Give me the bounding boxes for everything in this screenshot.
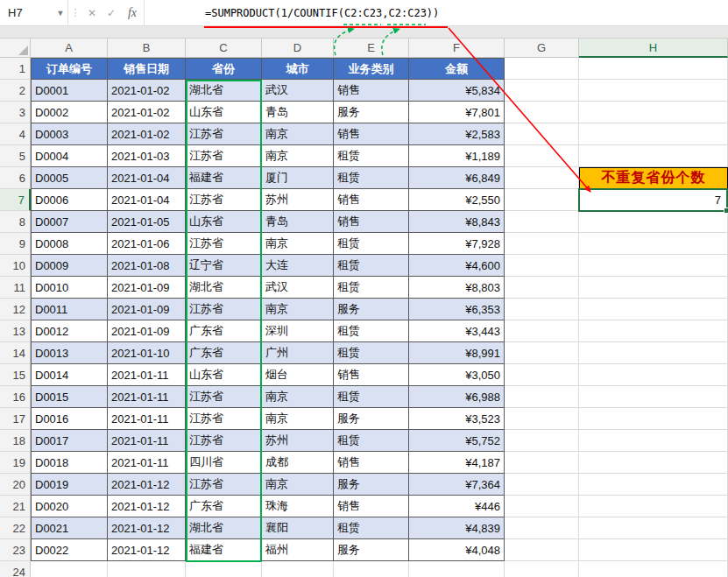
cell-E10[interactable]: 租赁 xyxy=(334,255,409,277)
cell-H12[interactable] xyxy=(579,299,728,320)
row-header-6[interactable]: 6 xyxy=(0,167,31,189)
cell-D11[interactable]: 武汉 xyxy=(262,277,334,299)
cell-E2[interactable]: 销售 xyxy=(334,80,409,102)
cell-E19[interactable]: 销售 xyxy=(334,452,409,474)
cell-C10[interactable]: 辽宁省 xyxy=(186,255,262,277)
row-header-18[interactable]: 18 xyxy=(0,430,31,452)
column-header-H[interactable]: H xyxy=(579,39,728,58)
cell-B19[interactable]: 2021-01-11 xyxy=(108,452,186,474)
cell-C16[interactable]: 江苏省 xyxy=(186,386,262,408)
cell-B12[interactable]: 2021-01-09 xyxy=(108,299,186,320)
cell-H8[interactable] xyxy=(579,211,728,233)
cell-A6[interactable]: D0005 xyxy=(31,167,108,189)
cell-D13[interactable]: 深圳 xyxy=(262,320,334,342)
row-header-3[interactable]: 3 xyxy=(0,102,31,123)
cell-G2[interactable] xyxy=(505,80,579,102)
row-header-11[interactable]: 11 xyxy=(0,277,31,299)
cell-B9[interactable]: 2021-01-06 xyxy=(108,233,186,255)
cell-E13[interactable]: 租赁 xyxy=(334,320,409,342)
cell-G12[interactable] xyxy=(505,299,579,320)
cell-B20[interactable]: 2021-01-12 xyxy=(108,474,186,496)
row-header-16[interactable]: 16 xyxy=(0,386,31,408)
cell-F17[interactable]: ¥3,523 xyxy=(409,408,505,430)
cell-D23[interactable]: 福州 xyxy=(262,539,334,561)
cell-F6[interactable]: ¥6,849 xyxy=(409,167,505,189)
cell-B13[interactable]: 2021-01-09 xyxy=(108,320,186,342)
cell-G5[interactable] xyxy=(505,145,579,167)
cell-B17[interactable]: 2021-01-11 xyxy=(108,408,186,430)
row-header-20[interactable]: 20 xyxy=(0,474,31,496)
cell-B21[interactable]: 2021-01-12 xyxy=(108,496,186,517)
cell-D24[interactable] xyxy=(262,561,334,577)
cell-H14[interactable] xyxy=(579,342,728,364)
cell-E23[interactable]: 服务 xyxy=(334,539,409,561)
cell-D1[interactable]: 城市 xyxy=(262,58,334,80)
cell-G7[interactable] xyxy=(505,189,579,211)
fill-handle[interactable] xyxy=(724,208,728,214)
cell-C7[interactable]: 江苏省 xyxy=(186,189,262,211)
cell-A9[interactable]: D0008 xyxy=(31,233,108,255)
cell-B5[interactable]: 2021-01-03 xyxy=(108,145,186,167)
cell-C20[interactable]: 江苏省 xyxy=(186,474,262,496)
cell-H1[interactable] xyxy=(579,58,728,80)
column-header-D[interactable]: D xyxy=(262,39,334,58)
cell-A3[interactable]: D0002 xyxy=(31,102,108,123)
insert-function-icon[interactable]: fx xyxy=(121,0,144,25)
cell-A17[interactable]: D0016 xyxy=(31,408,108,430)
cell-C15[interactable]: 山东省 xyxy=(186,364,262,386)
cell-A10[interactable]: D0009 xyxy=(31,255,108,277)
cell-D8[interactable]: 青岛 xyxy=(262,211,334,233)
cell-H4[interactable] xyxy=(579,123,728,145)
row-header-22[interactable]: 22 xyxy=(0,517,31,539)
cell-B3[interactable]: 2021-01-02 xyxy=(108,102,186,123)
name-box-dropdown-icon[interactable]: ▼ xyxy=(53,9,67,18)
cell-A11[interactable]: D0010 xyxy=(31,277,108,299)
formula-input[interactable]: =SUMPRODUCT(1/COUNTIF(C2:C23,C2:C23)) xyxy=(144,0,728,25)
cell-B18[interactable]: 2021-01-11 xyxy=(108,430,186,452)
cell-E1[interactable]: 业务类别 xyxy=(334,58,409,80)
row-header-1[interactable]: 1 xyxy=(0,58,31,80)
cell-H2[interactable] xyxy=(579,80,728,102)
cell-H22[interactable] xyxy=(579,517,728,539)
cell-F21[interactable]: ¥446 xyxy=(409,496,505,517)
cell-F18[interactable]: ¥5,752 xyxy=(409,430,505,452)
cell-E9[interactable]: 租赁 xyxy=(334,233,409,255)
row-header-24[interactable]: 24 xyxy=(0,561,31,577)
cell-F15[interactable]: ¥3,050 xyxy=(409,364,505,386)
cell-G4[interactable] xyxy=(505,123,579,145)
cell-E24[interactable] xyxy=(334,561,409,577)
row-header-15[interactable]: 15 xyxy=(0,364,31,386)
cell-H15[interactable] xyxy=(579,364,728,386)
cell-A7[interactable]: D0006 xyxy=(31,189,108,211)
row-header-23[interactable]: 23 xyxy=(0,539,31,561)
row-header-14[interactable]: 14 xyxy=(0,342,31,364)
cell-C21[interactable]: 广东省 xyxy=(186,496,262,517)
row-header-13[interactable]: 13 xyxy=(0,320,31,342)
cell-D3[interactable]: 青岛 xyxy=(262,102,334,123)
cell-A19[interactable]: D0018 xyxy=(31,452,108,474)
cell-G23[interactable] xyxy=(505,539,579,561)
cell-F20[interactable]: ¥7,364 xyxy=(409,474,505,496)
cell-E15[interactable]: 销售 xyxy=(334,364,409,386)
column-header-F[interactable]: F xyxy=(409,39,505,58)
cell-G8[interactable] xyxy=(505,211,579,233)
cell-D22[interactable]: 襄阳 xyxy=(262,517,334,539)
cell-G1[interactable] xyxy=(505,58,579,80)
row-header-19[interactable]: 19 xyxy=(0,452,31,474)
column-header-C[interactable]: C xyxy=(186,39,262,58)
cell-G19[interactable] xyxy=(505,452,579,474)
cell-B22[interactable]: 2021-01-12 xyxy=(108,517,186,539)
cell-H24[interactable] xyxy=(579,561,728,577)
cell-D17[interactable]: 南京 xyxy=(262,408,334,430)
row-header-9[interactable]: 9 xyxy=(0,233,31,255)
cell-H16[interactable] xyxy=(579,386,728,408)
column-header-B[interactable]: B xyxy=(108,39,186,58)
cell-D14[interactable]: 广州 xyxy=(262,342,334,364)
cell-A13[interactable]: D0012 xyxy=(31,320,108,342)
cell-E11[interactable]: 租赁 xyxy=(334,277,409,299)
cell-E4[interactable]: 销售 xyxy=(334,123,409,145)
cell-H5[interactable] xyxy=(579,145,728,167)
cell-G13[interactable] xyxy=(505,320,579,342)
cell-F1[interactable]: 金额 xyxy=(409,58,505,80)
enter-icon[interactable]: ✓ xyxy=(102,0,121,25)
